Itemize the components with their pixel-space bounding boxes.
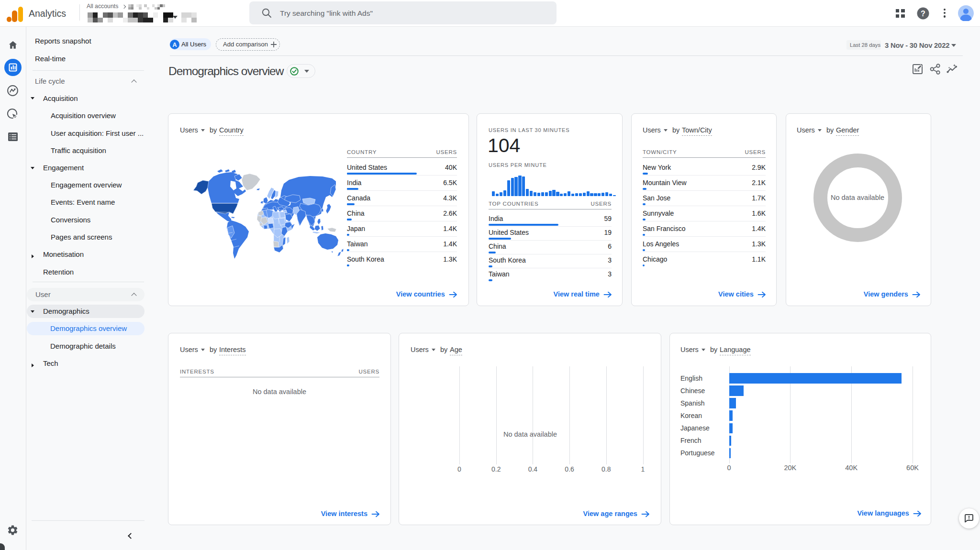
svg-text:A: A bbox=[172, 41, 177, 48]
svg-text:?: ? bbox=[921, 10, 925, 18]
